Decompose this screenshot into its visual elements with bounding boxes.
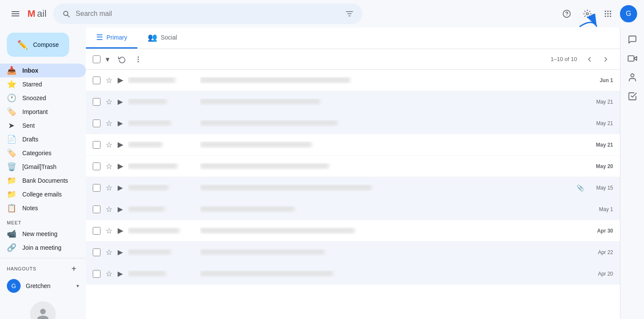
join-meeting-icon: 🔗 bbox=[7, 243, 15, 252]
tabs-row: ☰ Primary 👥 Social bbox=[86, 28, 620, 49]
table-row[interactable]: ☆ ▶ Jun 1 bbox=[86, 70, 620, 91]
star-button[interactable]: ☆ bbox=[104, 269, 114, 279]
next-page-button[interactable] bbox=[598, 52, 613, 66]
table-row[interactable]: ☆ ▶ May 1 bbox=[86, 199, 620, 220]
settings-button[interactable] bbox=[579, 5, 596, 22]
email-date: Apr 30 bbox=[587, 228, 613, 234]
prev-page-button[interactable] bbox=[582, 52, 597, 66]
row-checkbox[interactable] bbox=[93, 227, 100, 235]
table-row[interactable]: ☆ ▶ May 20 bbox=[86, 156, 620, 177]
drafts-icon: 📄 bbox=[7, 135, 15, 144]
meet-panel-button[interactable] bbox=[624, 50, 641, 67]
star-button[interactable]: ☆ bbox=[104, 162, 114, 171]
sidebar-item-bank-documents[interactable]: 📁 Bank Documents bbox=[0, 174, 86, 187]
label-icon: ▶ bbox=[118, 76, 123, 84]
table-row[interactable]: ☆ ▶ 📎 May 15 bbox=[86, 177, 620, 199]
row-checkbox[interactable] bbox=[93, 248, 100, 256]
svg-rect-16 bbox=[628, 56, 634, 61]
table-row[interactable]: ☆ ▶ Apr 30 bbox=[86, 220, 620, 242]
menu-button[interactable] bbox=[7, 5, 24, 22]
hamburger-icon bbox=[12, 13, 19, 14]
sidebar-item-join-meeting[interactable]: 🔗 Join a meeting bbox=[0, 241, 86, 255]
table-row[interactable]: ☆ ▶ May 21 bbox=[86, 134, 620, 156]
sidebar-item-new-meeting[interactable]: 📹 New meeting bbox=[0, 227, 86, 241]
table-row[interactable]: ☆ ▶ Apr 22 bbox=[86, 242, 620, 263]
sidebar-item-inbox[interactable]: 📥 Inbox bbox=[0, 64, 86, 77]
sent-icon: ➤ bbox=[7, 121, 15, 130]
table-row[interactable]: ☆ ▶ Apr 20 bbox=[86, 263, 620, 285]
tasks-panel-button[interactable] bbox=[624, 88, 641, 105]
compose-icon: ✏️ bbox=[17, 40, 28, 50]
search-button[interactable] bbox=[62, 9, 70, 18]
search-input[interactable] bbox=[76, 10, 340, 18]
svg-point-2 bbox=[586, 13, 589, 15]
row-checkbox[interactable] bbox=[93, 270, 100, 278]
star-button[interactable]: ☆ bbox=[104, 76, 114, 85]
sidebar-item-categories[interactable]: 🏷️ Categories bbox=[0, 146, 86, 160]
select-all-checkbox[interactable] bbox=[93, 55, 100, 63]
label-icon: ▶ bbox=[118, 270, 123, 278]
compose-button[interactable]: ✏️ Compose bbox=[7, 33, 69, 57]
table-row[interactable]: ☆ ▶ May 21 bbox=[86, 113, 620, 134]
categories-icon: 🏷️ bbox=[7, 148, 15, 158]
chat-icon bbox=[628, 35, 637, 44]
support-button[interactable] bbox=[558, 5, 575, 22]
email-date: May 15 bbox=[587, 185, 613, 191]
contacts-panel-button[interactable] bbox=[624, 69, 641, 86]
more-options-button[interactable] bbox=[131, 52, 146, 66]
tab-social[interactable]: 👥 Social bbox=[137, 28, 189, 49]
join-meeting-label: Join a meeting bbox=[22, 244, 79, 251]
hangout-user-gretchen[interactable]: G Gretchen ▾ bbox=[0, 277, 86, 294]
row-checkbox[interactable] bbox=[93, 163, 100, 170]
sidebar-item-drafts[interactable]: 📄 Drafts bbox=[0, 132, 86, 146]
svg-point-9 bbox=[605, 15, 606, 17]
sidebar-item-gmail-trash[interactable]: 🗑️ [Gmail]Trash bbox=[0, 160, 86, 174]
row-checkbox[interactable] bbox=[93, 206, 100, 213]
social-tab-label: Social bbox=[161, 34, 177, 41]
pagination: 1–10 of 10 bbox=[551, 52, 613, 66]
sidebar-item-notes[interactable]: 📋 Notes bbox=[0, 201, 86, 215]
star-button[interactable]: ☆ bbox=[104, 226, 114, 236]
table-row[interactable]: ☆ ▶ May 21 bbox=[86, 91, 620, 113]
sidebar-item-starred[interactable]: ⭐ Starred bbox=[0, 77, 86, 91]
starred-label: Starred bbox=[22, 81, 79, 88]
refresh-button[interactable] bbox=[115, 52, 129, 66]
star-button[interactable]: ☆ bbox=[104, 248, 114, 257]
star-button[interactable]: ☆ bbox=[104, 97, 114, 107]
search-options-button[interactable] bbox=[345, 9, 354, 18]
hangouts-title: Hangouts bbox=[7, 266, 69, 271]
chat-panel-button[interactable] bbox=[624, 31, 641, 48]
new-meeting-label: New meeting bbox=[22, 230, 79, 237]
row-checkbox[interactable] bbox=[93, 141, 100, 149]
inbox-icon: 📥 bbox=[7, 66, 15, 75]
college-emails-label: College emails bbox=[22, 191, 79, 198]
snoozed-icon: 🕐 bbox=[7, 93, 15, 103]
sidebar-item-snoozed[interactable]: 🕐 Snoozed bbox=[0, 91, 86, 105]
sidebar-item-important[interactable]: 🏷️ Important bbox=[0, 105, 86, 119]
sidebar-item-college-emails[interactable]: 📁 College emails bbox=[0, 187, 86, 201]
star-button[interactable]: ☆ bbox=[104, 183, 114, 193]
star-button[interactable]: ☆ bbox=[104, 119, 114, 128]
star-button[interactable]: ☆ bbox=[104, 205, 114, 214]
tune-icon bbox=[345, 9, 354, 18]
select-dropdown-button[interactable]: ▾ bbox=[102, 52, 113, 66]
svg-point-14 bbox=[138, 61, 139, 62]
sidebar-item-sent[interactable]: ➤ Sent bbox=[0, 119, 86, 132]
apps-button[interactable] bbox=[599, 5, 617, 22]
page-info: 1–10 of 10 bbox=[551, 56, 577, 62]
svg-point-13 bbox=[138, 58, 139, 60]
svg-point-4 bbox=[607, 11, 608, 12]
hangouts-add-button[interactable]: + bbox=[69, 264, 79, 274]
row-checkbox[interactable] bbox=[93, 120, 100, 127]
gretchen-chevron-icon: ▾ bbox=[76, 283, 79, 289]
row-checkbox[interactable] bbox=[93, 184, 100, 192]
row-checkbox[interactable] bbox=[93, 98, 100, 106]
tab-primary[interactable]: ☰ Primary bbox=[86, 28, 137, 49]
label-icon: ▶ bbox=[118, 162, 123, 170]
star-button[interactable]: ☆ bbox=[104, 140, 114, 150]
important-icon: 🏷️ bbox=[7, 107, 15, 117]
row-checkbox[interactable] bbox=[93, 77, 100, 84]
account-button[interactable]: G bbox=[620, 5, 637, 22]
email-date: Apr 20 bbox=[587, 271, 613, 277]
right-panel bbox=[620, 28, 644, 319]
